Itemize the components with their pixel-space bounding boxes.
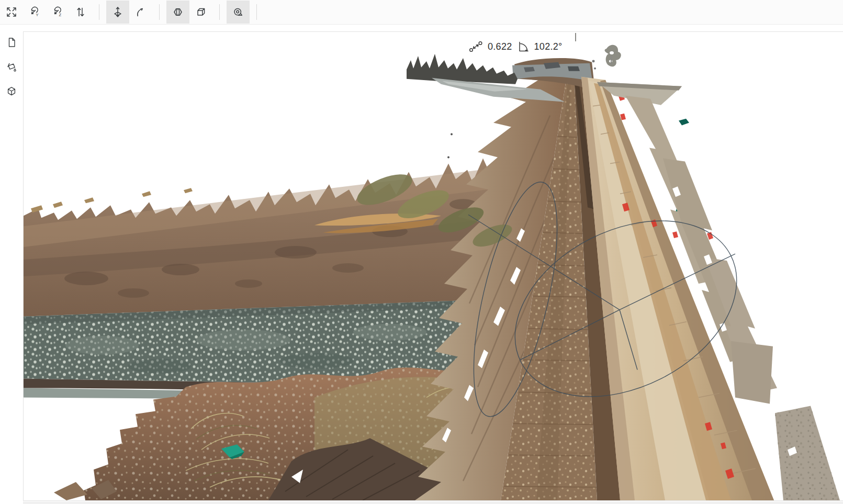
rotate-z-icon: Z [51, 6, 64, 18]
angle-icon [517, 40, 530, 53]
document-icon [6, 37, 17, 48]
toolbar: Y Z [0, 0, 843, 25]
toolbar-divider [99, 4, 99, 20]
soil-wall-band [24, 158, 497, 316]
expand-arrows-icon [5, 6, 18, 18]
cube-3d-icon [6, 86, 17, 97]
measure-button[interactable] [227, 1, 250, 24]
sidebar-item-model[interactable] [5, 85, 18, 98]
bottom-strip [0, 501, 843, 504]
swap-vertical-icon [74, 6, 87, 18]
surface-droplet-icon [6, 61, 17, 73]
cube-icon [195, 6, 207, 18]
terrain-mesh-render [24, 32, 843, 500]
rotate-y-icon: Y [28, 6, 41, 18]
measurement-readout: 0.622 102.2° [468, 40, 563, 53]
translate-plane-icon [111, 6, 124, 18]
angle-value: 102.2° [534, 41, 563, 52]
curve-arrow-icon [134, 6, 147, 18]
svg-text:Y: Y [36, 13, 39, 17]
flip-vertical-button[interactable] [69, 1, 92, 24]
toolbar-divider [159, 4, 160, 20]
rotate-y-button[interactable]: Y [23, 1, 46, 24]
clip-box-button[interactable] [189, 1, 212, 24]
toolbar-divider [219, 4, 220, 20]
toolbar-divider [256, 4, 257, 20]
measure-tape-icon [232, 6, 244, 18]
rotate-z-button[interactable]: Z [46, 1, 69, 24]
translate-plane-button[interactable] [106, 1, 129, 24]
draw-curve-button[interactable] [129, 1, 152, 24]
sidebar [0, 25, 23, 504]
clip-sphere-icon [172, 6, 184, 18]
sidebar-item-document[interactable] [5, 36, 18, 49]
fit-view-button[interactable] [0, 1, 23, 24]
distance-value: 0.622 [488, 41, 512, 52]
point-distance-icon [468, 40, 483, 53]
clip-section-button[interactable] [166, 1, 189, 24]
sidebar-item-surface[interactable] [5, 60, 18, 74]
viewport[interactable]: 0.622 102.2° [23, 31, 843, 501]
svg-text:Z: Z [59, 13, 62, 17]
teal-marker [679, 119, 689, 126]
